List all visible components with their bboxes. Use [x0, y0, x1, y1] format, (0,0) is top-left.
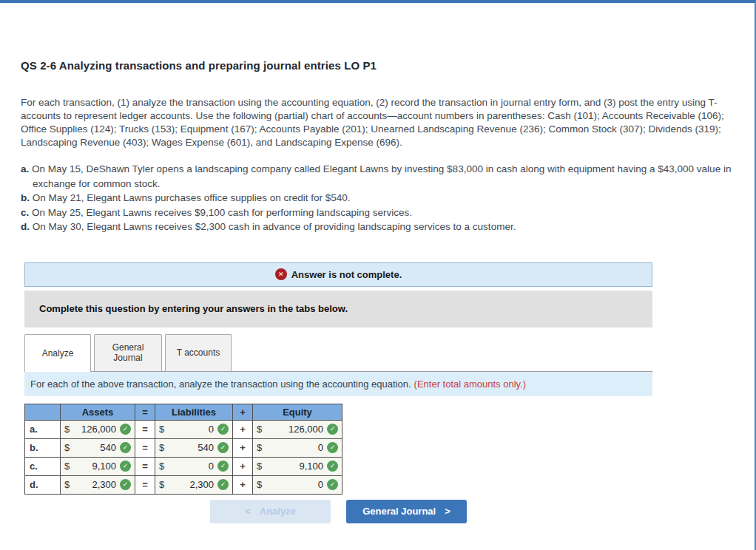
assets-cell[interactable]: $126,000✓: [61, 420, 135, 438]
assets-value: 9,100: [92, 461, 116, 472]
currency-symbol: $: [159, 424, 164, 435]
equity-value: 126,000: [288, 424, 323, 435]
equity-value: 9,100: [299, 461, 323, 472]
currency-symbol: $: [64, 461, 70, 472]
liabilities-cell[interactable]: $0✓: [155, 420, 233, 438]
check-icon: ✓: [217, 442, 229, 453]
transaction-label: a.: [21, 163, 29, 174]
tab-t-accounts[interactable]: T accounts: [165, 334, 232, 371]
question-title: QS 2-6 Analyzing transactions and prepar…: [21, 59, 734, 72]
liabilities-cell[interactable]: $2,300✓: [155, 475, 233, 494]
question-page: { "page": { "title": "QS 2-6 Analyzing t…: [0, 0, 756, 550]
assets-cell[interactable]: $9,100✓: [61, 457, 135, 475]
transaction-item-d: d. On May 30, Elegant Lawns receives $2,…: [21, 220, 734, 234]
equity-cell[interactable]: $126,000✓: [253, 420, 342, 438]
row-label: d.: [25, 475, 61, 494]
plus-cell: +: [233, 420, 253, 438]
header-equity: Equity: [253, 404, 342, 420]
check-icon: ✓: [217, 461, 229, 472]
tab-analyze[interactable]: Analyze: [24, 334, 91, 372]
liabilities-cell[interactable]: $540✓: [155, 438, 233, 457]
liabilities-value: 540: [198, 442, 214, 453]
question-intro: For each transaction, (1) analyze the tr…: [21, 96, 734, 149]
next-general-journal-button[interactable]: General Journal >: [346, 500, 467, 523]
plus-cell: +: [233, 457, 253, 475]
transaction-label: b.: [21, 192, 30, 203]
equals-cell: =: [135, 475, 155, 494]
assets-cell[interactable]: $540✓: [61, 438, 135, 457]
equals-cell: =: [135, 438, 155, 457]
liabilities-value: 0: [209, 424, 214, 435]
complete-question-banner: Complete this question by entering your …: [24, 291, 652, 327]
check-icon: ✓: [120, 461, 131, 472]
transaction-text: On May 25, Elegant Lawns receives $9,100…: [32, 207, 412, 218]
check-icon: ✓: [217, 479, 229, 490]
plus-cell: +: [233, 438, 253, 457]
currency-symbol: $: [257, 461, 262, 472]
equity-cell[interactable]: $0✓: [253, 475, 342, 494]
prev-button-label: Analyze: [260, 506, 296, 517]
check-icon: ✓: [327, 479, 338, 490]
tab-instruction-bar: For each of the above transaction, analy…: [24, 372, 652, 396]
answer-panel: ✕ Answer is not complete. Complete this …: [24, 262, 652, 523]
currency-symbol: $: [159, 461, 164, 472]
currency-symbol: $: [64, 442, 70, 453]
header-plus: +: [233, 404, 253, 420]
liabilities-value: 2,300: [189, 479, 214, 490]
equals-cell: =: [135, 420, 155, 438]
tab-general-journal[interactable]: General Journal: [94, 334, 162, 371]
accounting-equation-table: Assets = Liabilities + Equity a. $126,00…: [24, 404, 342, 495]
content-area: QS 2-6 Analyzing transactions and prepar…: [0, 3, 755, 523]
row-label: a.: [25, 420, 61, 438]
transaction-list: a. On May 15, DeShawn Tyler opens a land…: [21, 162, 734, 234]
assets-cell[interactable]: $2,300✓: [61, 475, 135, 494]
currency-symbol: $: [257, 479, 262, 490]
tab-label: T accounts: [177, 347, 220, 358]
next-button-label: General Journal: [362, 506, 436, 517]
table-row: b. $540✓ = $540✓ + $0✓: [25, 438, 342, 457]
status-banner: ✕ Answer is not complete.: [24, 262, 652, 287]
transaction-text: On May 15, DeShawn Tyler opens a landsca…: [32, 163, 731, 189]
equity-value: 0: [318, 442, 323, 453]
row-label: c.: [25, 457, 61, 475]
currency-symbol: $: [257, 442, 262, 453]
prev-analyze-button[interactable]: < Analyze: [210, 500, 331, 523]
tab-instruction-note: (Enter total amounts only.): [414, 378, 527, 390]
chevron-left-icon: <: [245, 506, 251, 517]
table-header-row: Assets = Liabilities + Equity: [25, 404, 342, 420]
currency-symbol: $: [257, 424, 262, 435]
equity-value: 0: [318, 479, 323, 490]
header-liabilities: Liabilities: [155, 404, 233, 420]
currency-symbol: $: [64, 424, 70, 435]
liabilities-cell[interactable]: $0✓: [155, 457, 233, 475]
table-row: d. $2,300✓ = $2,300✓ + $0✓: [25, 475, 342, 494]
transaction-label: d.: [21, 221, 30, 232]
tab-instruction-text: For each of the above transaction, analy…: [30, 378, 411, 390]
check-icon: ✓: [327, 442, 338, 453]
liabilities-value: 0: [209, 461, 214, 472]
check-icon: ✓: [327, 461, 338, 472]
header-assets: Assets: [61, 404, 135, 420]
tab-label: General Journal: [107, 342, 149, 363]
row-label: b.: [25, 438, 61, 457]
equity-cell[interactable]: $9,100✓: [253, 457, 342, 475]
check-icon: ✓: [120, 479, 131, 490]
currency-symbol: $: [159, 479, 164, 490]
transaction-item-c: c. On May 25, Elegant Lawns receives $9,…: [21, 206, 734, 220]
plus-cell: +: [233, 475, 253, 494]
check-icon: ✓: [120, 442, 131, 453]
table-row: c. $9,100✓ = $0✓ + $9,100✓: [25, 457, 342, 475]
header-equals: =: [135, 404, 155, 420]
check-icon: ✓: [217, 424, 229, 435]
error-circle-icon: ✕: [275, 268, 287, 280]
check-icon: ✓: [120, 424, 131, 435]
assets-value: 2,300: [92, 479, 116, 490]
tab-strip: Analyze General Journal T accounts: [24, 334, 652, 372]
chevron-right-icon: >: [445, 506, 450, 517]
transaction-text: On May 30, Elegant Lawns receives $2,300…: [33, 221, 516, 232]
table-row: a. $126,000✓ = $0✓ + $126,000✓: [25, 420, 342, 438]
assets-value: 126,000: [81, 424, 116, 435]
complete-question-text: Complete this question by entering your …: [39, 303, 348, 314]
equity-cell[interactable]: $0✓: [253, 438, 342, 457]
currency-symbol: $: [64, 479, 70, 490]
